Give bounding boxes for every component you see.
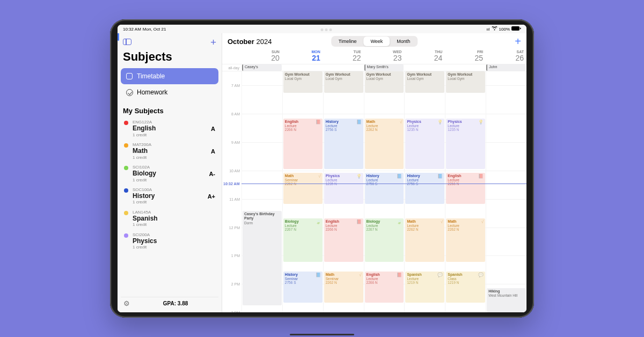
event-icon: √ xyxy=(481,219,484,224)
subject-history[interactable]: SOC100AHistory1 credit A+ xyxy=(121,185,218,208)
subject-grade: A xyxy=(211,148,215,155)
day-column: Gym WorkoutLocal GymMathLecture2262 N√Hi… xyxy=(364,71,405,312)
subject-spanish[interactable]: LAN145ASpanish1 credit xyxy=(121,208,218,230)
sidebar: + Subjects Timetable Homework My Subject… xyxy=(118,33,222,312)
event-icon: 💬 xyxy=(478,273,484,277)
event-block[interactable]: HistoryLecture2756 S📘 xyxy=(365,173,404,204)
event-icon: 🍃 xyxy=(316,219,321,224)
status-date: Mon, Oct 21 xyxy=(143,27,166,32)
nav-timetable[interactable]: Timetable xyxy=(121,68,218,84)
hour-label: 7 AM xyxy=(231,84,240,87)
subject-color-dot xyxy=(124,121,128,125)
hour-label: 12 PM xyxy=(229,225,240,229)
day-header[interactable]: THU24 xyxy=(404,49,445,64)
subject-biology[interactable]: SCI102ABiology1 credit A- xyxy=(121,163,218,185)
event-block[interactable]: PhysicsLecture1235 N💡 xyxy=(324,173,363,204)
day-column: Gym WorkoutLocal GymPhysicsLecture1235 N… xyxy=(445,71,486,312)
month-title: October 2024 xyxy=(228,38,272,46)
check-circle-icon xyxy=(126,89,133,96)
hour-label: 9 AM xyxy=(231,141,240,144)
event-block[interactable]: Gym WorkoutLocal Gym xyxy=(446,71,485,93)
event-icon: 💡 xyxy=(478,120,484,124)
signal-icon: ııl xyxy=(486,27,489,32)
now-time: 10:32 AM xyxy=(222,181,240,185)
subject-grade: A+ xyxy=(208,193,215,200)
event-block[interactable]: Casey's Birthday PartyDorm xyxy=(243,211,282,305)
day-header[interactable]: WED23 xyxy=(364,49,405,64)
event-icon: √ xyxy=(359,273,361,277)
event-block[interactable]: HistorySeminar2756 S📘 xyxy=(283,272,323,303)
sidebar-toggle-icon[interactable] xyxy=(123,39,131,45)
event-block[interactable]: PhysicsLecture1235 N💡 xyxy=(446,119,485,169)
main-pane: October 2024 TimelineWeekMonth + SUN20MO… xyxy=(222,33,526,312)
event-block[interactable]: Gym WorkoutLocal Gym xyxy=(324,71,363,93)
event-block[interactable]: EnglishLecture2266 N📕 xyxy=(324,218,363,262)
nav-homework[interactable]: Homework xyxy=(121,84,218,100)
event-block[interactable]: HistoryLecture2756 S📘 xyxy=(324,119,363,169)
event-block[interactable]: MathLecture2262 N√ xyxy=(405,218,444,262)
screen: 10:32 AM Mon, Oct 21 ııl 100% + Subjects xyxy=(118,25,526,312)
event-block[interactable]: MathLecture2262 N√ xyxy=(446,218,485,262)
event-block[interactable]: BiologyLecture2267 N🍃 xyxy=(365,218,404,262)
subject-grade: A- xyxy=(209,171,215,177)
event-block[interactable]: HikingWest Mountain Hill xyxy=(487,288,526,312)
view-timeline[interactable]: Timeline xyxy=(332,36,364,46)
event-icon: √ xyxy=(400,120,402,124)
day-header[interactable]: TUE22 xyxy=(323,49,364,64)
event-icon: √ xyxy=(318,174,320,179)
event-icon: 📕 xyxy=(356,219,362,224)
event-icon: 📕 xyxy=(397,273,402,277)
allday-label: all-day xyxy=(222,64,241,71)
battery-icon xyxy=(511,26,521,32)
status-time: 10:32 AM xyxy=(123,27,141,32)
hour-label: 2 PM xyxy=(231,282,240,286)
event-block[interactable]: BiologyLecture2267 N🍃 xyxy=(283,218,323,262)
event-block[interactable]: Gym WorkoutLocal Gym xyxy=(405,71,444,93)
day-column: HikingWest Mountain Hill xyxy=(486,71,526,312)
allday-event[interactable]: Mary Smith's xyxy=(364,64,404,71)
add-subject-icon[interactable]: + xyxy=(210,37,216,47)
day-header[interactable]: MON21 xyxy=(282,49,323,64)
hour-label: 1 PM xyxy=(231,254,240,258)
day-header[interactable]: FRI25 xyxy=(445,49,486,64)
event-block[interactable]: EnglishLecture2266 N📕 xyxy=(365,272,404,303)
subject-color-dot xyxy=(124,233,128,238)
hour-label: 11 AM xyxy=(229,197,240,201)
event-block[interactable]: EnglishLecture2266 N📕 xyxy=(283,119,323,169)
gear-icon[interactable]: ⚙ xyxy=(123,299,130,307)
event-icon: √ xyxy=(441,219,443,224)
add-event-icon[interactable]: + xyxy=(515,35,521,48)
event-block[interactable]: MathSeminar2262 N√ xyxy=(283,173,323,204)
hour-label: 3 PM xyxy=(231,311,240,313)
subject-math[interactable]: MAT200AMath1 credit A xyxy=(121,140,218,163)
event-block[interactable]: SpanishLecture1219 N💬 xyxy=(405,272,444,303)
view-segmented[interactable]: TimelineWeekMonth xyxy=(331,36,418,47)
allday-event[interactable]: Casey's xyxy=(242,64,282,71)
event-block[interactable]: MathSeminar2262 N√ xyxy=(324,272,363,303)
event-icon: 📘 xyxy=(316,273,321,277)
view-week[interactable]: Week xyxy=(363,36,390,46)
event-block[interactable]: HistoryLecture2756 S📘 xyxy=(405,173,444,204)
subject-physics[interactable]: SCI200APhysics1 credit xyxy=(121,230,218,253)
event-icon: 📕 xyxy=(478,174,484,179)
status-bar: 10:32 AM Mon, Oct 21 ııl 100% xyxy=(118,25,526,33)
event-block[interactable]: SpanishClass1219 N💬 xyxy=(446,272,485,303)
allday-event[interactable]: John xyxy=(486,64,526,71)
day-header[interactable]: SUN20 xyxy=(241,49,282,64)
ipad-frame: 10:32 AM Mon, Oct 21 ııl 100% + Subjects xyxy=(110,19,534,318)
gpa-value: GPA: 3.88 xyxy=(135,301,216,306)
event-icon: 💡 xyxy=(356,174,362,179)
event-block[interactable]: PhysicsLecture1235 N💡 xyxy=(405,119,444,169)
event-icon: 📘 xyxy=(437,174,443,179)
event-block[interactable]: Gym WorkoutLocal Gym xyxy=(283,71,323,93)
svg-rect-0 xyxy=(511,26,519,31)
subject-english[interactable]: ENG122AEnglish1 credit A xyxy=(121,118,218,140)
today-indicator xyxy=(118,33,119,41)
day-header[interactable]: SAT26 xyxy=(486,49,526,64)
event-block[interactable]: MathLecture2262 N√ xyxy=(365,119,404,169)
day-column: Casey's Birthday PartyDorm xyxy=(241,71,282,312)
event-block[interactable]: Gym WorkoutLocal Gym xyxy=(365,71,404,93)
event-block[interactable]: EnglishLecture2266 N📕 xyxy=(446,173,485,204)
view-month[interactable]: Month xyxy=(390,36,417,46)
hour-label: 8 AM xyxy=(231,112,240,116)
